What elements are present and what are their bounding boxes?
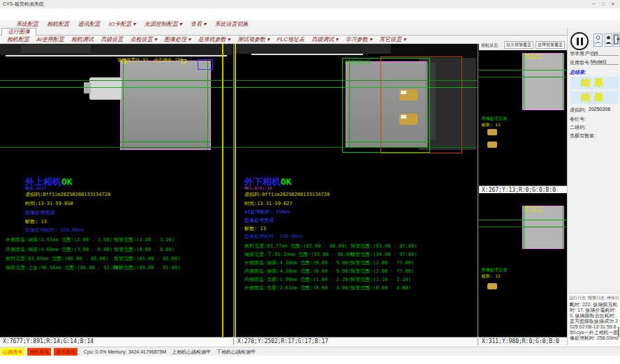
mid-guide-line-1 — [235, 80, 477, 81]
left-measurement-value: 外侧圆弧-隔膜:2.91mm 范围:(2.00 - 3.50) — [6, 236, 112, 243]
log-tab-run[interactable]: 运行日志 — [569, 296, 586, 300]
upper-camera-heartbeat-text: 上相机心跳检测中 — [172, 348, 211, 356]
tool-ai-config[interactable]: AI使用配置 — [34, 36, 67, 44]
window-title: CYS-视觉检测系统 — [3, 1, 44, 6]
tool-test-params[interactable]: 测试项参数 ▾ — [235, 36, 272, 44]
menu-item-view[interactable]: 查看 ▾ — [187, 20, 209, 28]
menu-item-comm-config[interactable]: 通讯配置 — [74, 20, 103, 28]
tool-advanced-settings[interactable]: 高级设置 — [98, 36, 126, 44]
user-icon — [594, 34, 602, 46]
menu-items: 系统配置 相机配置 通讯配置 IO卡配置 ▾ 光源控制配置 ▾ 查看 ▾ 系统语… — [13, 20, 252, 28]
view-divider-left — [233, 44, 234, 345]
user-switch-button[interactable] — [605, 33, 612, 47]
left-time-text: 时间:13-31-59-650 — [25, 200, 73, 207]
maximize-icon[interactable]: □ — [599, 0, 607, 8]
left-cell-region — [120, 61, 211, 150]
tool-baseline-params[interactable]: 基准线参数 ▾ — [195, 36, 232, 44]
menu-item-system-config[interactable]: 系统配置 — [13, 20, 42, 28]
mid-measurement-warn: 预警范围:(1.10 - 2.10) — [350, 276, 411, 283]
mid-ai-label: AI检测区域 — [345, 59, 370, 66]
log-scrollbar[interactable] — [618, 327, 619, 337]
mid-measurement-warn: 预警范围:(2.00 - 77.00) — [350, 259, 414, 266]
tool-spotcheck-settings[interactable]: 点检设置 ▾ — [128, 36, 160, 44]
tool-advanced-debug[interactable]: 高级调试 ▾ — [309, 36, 341, 44]
smallview1-done-text: 图像处理完成 — [482, 116, 507, 122]
close-icon[interactable]: ✕ — [609, 0, 617, 8]
negative-write-count-label: 负极写数量: — [570, 132, 596, 139]
left-bright-line — [6, 55, 227, 56]
smallview1-thumbnail — [522, 53, 564, 110]
smallview1-coords-bar: X:267;Y:13;R:0;G:0;B:0 — [479, 185, 567, 193]
tool-learning-params[interactable]: 学习参数 ▾ — [343, 36, 375, 44]
title-bar: CYS-视觉检测系统 ─ □ ✕ — [0, 0, 620, 8]
left-guide-line-3 — [120, 142, 211, 142]
left-measurement-warn: 预警范围:(0.00 - 8.00) — [114, 246, 175, 253]
pin-number-label: 卷针号: — [570, 116, 586, 123]
smallview1-roi-marker-1 — [525, 54, 533, 59]
mid-guide-line-2 — [235, 87, 477, 88]
batch-alarm-override-button[interactable]: 批次报警覆盖 — [504, 41, 533, 49]
smallview2-vert-line-1 — [524, 206, 524, 249]
cpu-memory-text: Cpu: 0.0% Memory: 3424.41796875M — [84, 348, 166, 356]
model-value: Model1 — [591, 59, 619, 65]
mid-done-text: 图像处理完成 — [244, 217, 274, 224]
menu-bar: 系统配置 相机配置 通讯配置 IO卡配置 ▾ 光源控制配置 ▾ 查看 ▾ 系统语… — [0, 20, 620, 28]
mid-measurement-warn: 预警范围:(0.60 - 4.00) — [350, 285, 411, 291]
menu-item-camera-config[interactable]: 相机配置 — [43, 20, 73, 28]
smallview1-roi-marker-2 — [535, 54, 542, 59]
left-camera-status: OK — [61, 176, 73, 187]
mid-vert-line-2 — [426, 61, 427, 148]
menu-item-language[interactable]: 系统语言切换 — [212, 20, 252, 28]
left-measurement-value: 隔膜宽度-上纵:90.56mm 范围:(88.00 - 92.00) — [6, 264, 121, 271]
pause-button[interactable] — [570, 32, 589, 50]
window-controls: ─ □ ✕ — [589, 0, 617, 8]
smallview2-guide-line-1 — [479, 220, 567, 220]
tool-image-processing[interactable]: 图像处理 ▾ — [161, 36, 193, 44]
smallview1-frames-text: 帧数: 13 — [482, 122, 500, 128]
mid-orange-roi-box — [381, 56, 462, 153]
left-vert-line-1 — [123, 61, 124, 150]
mid-vert-line-1 — [349, 61, 350, 148]
mid-guide-line-3 — [346, 142, 429, 142]
fault-alarm-override-button[interactable]: 故障报警覆盖 — [536, 41, 565, 49]
pause-icon — [581, 38, 583, 45]
log-tab-alarm[interactable]: 报警日志 — [588, 296, 605, 300]
left-barcode-text: 虚拟码:0ff1im20250208133134728 — [25, 191, 110, 198]
user-filled-icon — [605, 34, 612, 46]
left-frames-text: 帧数: 13 — [25, 218, 47, 225]
model-label: 使用型号: — [570, 59, 591, 66]
camera-status-label: 相机状态: — [481, 43, 499, 49]
result-block-1: 结果 — [570, 77, 619, 89]
smallview2-guide-line-2 — [479, 227, 567, 227]
tool-plc-table[interactable]: PLC地址表 — [274, 36, 307, 44]
minimize-icon[interactable]: ─ — [589, 0, 598, 8]
mid-measurement-value: 外侧圆弧-隔膜:4.38mm 范围:(0.00 - 9.00) — [244, 259, 351, 266]
mid-gold-highlight-2 — [401, 115, 406, 119]
comm-offline-badge: 通讯离线 — [54, 348, 78, 356]
mid-time-text: 时间:13-31-59-627 — [244, 200, 293, 207]
mid-measurement-warn: 预警范围:(2.00 - 77.00) — [350, 268, 414, 275]
left-measurement-value: 内侧圆弧-隔膜:4.60mm 范围:(3.00 - 6.00) — [6, 246, 112, 253]
user-login-button[interactable] — [593, 33, 603, 47]
mid-bright-line — [251, 54, 363, 55]
camera-offline-badge: 相机离线 — [27, 348, 51, 356]
exit-button[interactable] — [613, 33, 620, 47]
left-measurement-warn: 预警范围:(89.00 - 91.00) — [114, 264, 180, 271]
tab-run-image[interactable]: 运行图像 — [1, 28, 36, 36]
tool-camera-config[interactable]: 相机配置 — [4, 36, 32, 44]
app-window: CYS-视觉检测系统 ─ □ ✕ C 系统配置 相机配置 通讯配置 IO卡配置 … — [0, 0, 620, 364]
smallview2-thumbnail — [522, 206, 564, 249]
tool-camera-debug[interactable]: 相机调试 — [68, 36, 96, 44]
smallview1-vert-line-1 — [524, 53, 524, 110]
menu-item-light-config[interactable]: 光源控制配置 ▾ — [141, 20, 186, 28]
left-blue-roi-box — [198, 59, 213, 70]
left-done-text: 图像处理完成 — [25, 209, 54, 216]
smallview1-guide-line-2 — [479, 77, 567, 77]
mid-yellow-ruler-line — [235, 44, 236, 337]
menu-item-io-config[interactable]: IO卡配置 ▾ — [105, 20, 140, 28]
log-text: 耗时: 222, 纵隔膜宽耗时: 17, 纵隔分毫耗时: 0, 纵隔膜取合区耗时… — [570, 302, 619, 341]
tool-other-settings[interactable]: 其它设置 ▾ — [376, 36, 408, 44]
tab-strip: 运行图像 — [0, 28, 620, 36]
smallview2-roi-marker-1 — [525, 207, 533, 211]
virtual-code-value: 20250208 — [589, 107, 610, 112]
